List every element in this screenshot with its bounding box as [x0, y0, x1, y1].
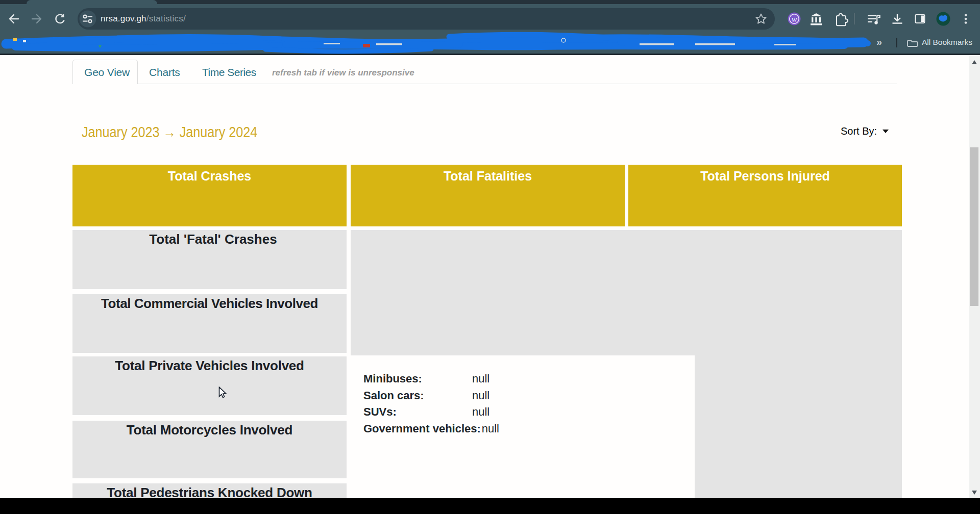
- svg-text:w: w: [792, 15, 797, 23]
